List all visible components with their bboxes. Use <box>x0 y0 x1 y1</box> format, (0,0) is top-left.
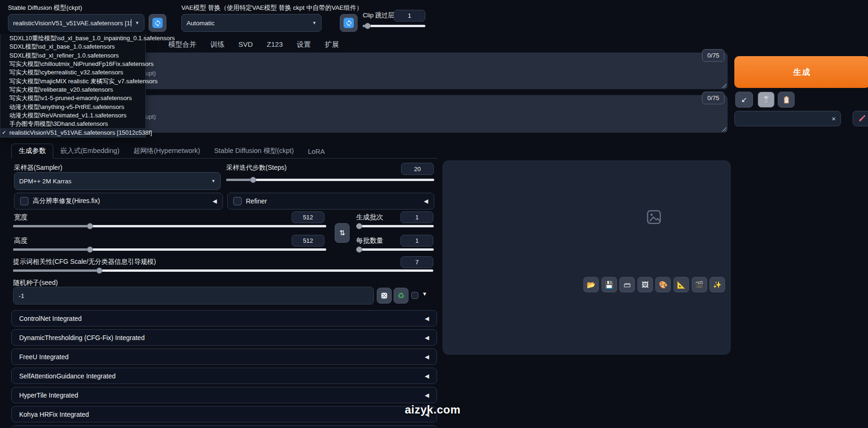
hires-fix-checkbox[interactable] <box>20 197 29 205</box>
accordion-label: ControlNet Integrated <box>19 315 82 322</box>
sampler-select[interactable]: DPM++ 2M Karras ▼ <box>14 172 221 190</box>
dropdown-option[interactable]: 写实大模型\chilloutmix_NiPrunedFp16Fix.safete… <box>0 60 145 68</box>
dropdown-option[interactable]: 手办图专用模型\3Dhand.safetensors <box>0 120 145 128</box>
hires-fix-panel[interactable]: 高分辨率修复(Hires.fix) ◀ <box>14 193 223 210</box>
batch-size-slider[interactable] <box>356 247 434 253</box>
dropdown-option[interactable]: 动漫大模型\anything-v5-PrtRE.safetensors <box>0 102 145 111</box>
accordion-selfattentionguidance-integrated[interactable]: SelfAttentionGuidance Integrated◀ <box>11 368 437 384</box>
steps-slider[interactable] <box>226 177 434 183</box>
gallery-button-open-folder[interactable]: 📂 <box>583 277 599 292</box>
param-tab-2[interactable]: 超网络(Hypernetwork) <box>127 144 208 158</box>
seed-value: -1 <box>19 292 24 299</box>
slider-fill <box>13 248 90 251</box>
dropdown-option[interactable]: SDXL10重绘模型\sd_xl_base_1.0_inpainting_0.1… <box>0 34 145 43</box>
steps-value[interactable]: 20 <box>401 163 434 175</box>
height-slider[interactable] <box>13 247 326 253</box>
paste-generation-params-button[interactable] <box>778 92 795 108</box>
accordion-partial[interactable] <box>11 425 437 428</box>
refiner-checkbox[interactable] <box>233 197 242 205</box>
slider-thumb[interactable] <box>87 223 93 229</box>
image-placeholder-icon <box>646 209 662 225</box>
slider-thumb[interactable] <box>96 268 102 274</box>
resize-handle[interactable] <box>722 83 726 88</box>
main-tab-3[interactable]: Z123 <box>267 40 283 49</box>
batch-size-value[interactable]: 1 <box>401 235 433 247</box>
extra-seed-checkbox[interactable] <box>411 292 418 299</box>
gallery-button-send-to-img2img[interactable]: 🖼 <box>638 277 653 292</box>
trash-icon <box>762 95 770 104</box>
gallery-button-send-to-extras[interactable]: 📐 <box>674 277 689 292</box>
negative-prompt-textarea[interactable]: upt) <box>141 95 728 133</box>
seed-input[interactable]: -1 <box>13 287 374 305</box>
dropdown-option[interactable]: SDXL模型\sd_xl_refiner_1.0.safetensors <box>0 51 145 60</box>
batch-count-value[interactable]: 1 <box>401 211 433 223</box>
main-tab-1[interactable]: 训练 <box>210 40 224 49</box>
vae-select[interactable]: Automatic ▼ <box>181 14 322 32</box>
clear-prompt-button[interactable] <box>758 92 775 108</box>
model-checkpoint-select[interactable]: realisticVisionV51_v51VAE.safetensors [1… <box>8 14 144 32</box>
param-tab-4[interactable]: LoRA <box>301 145 332 158</box>
gallery-button-save[interactable]: 💾 <box>602 277 617 292</box>
vae-label: VAE模型 替换（使用特定VAE模型 替换 ckpt 中自带的VAE组件） <box>181 4 363 12</box>
dropdown-option[interactable]: 动漫大模型\ReVAnimated_v1.1.safetensors <box>0 111 145 120</box>
main-tab-5[interactable]: 扩展 <box>325 40 339 49</box>
slider-thumb[interactable] <box>365 23 371 29</box>
height-value[interactable]: 512 <box>292 235 324 247</box>
param-tab-3[interactable]: Stable Diffusion 模型(ckpt) <box>207 144 301 158</box>
slider-thumb[interactable] <box>356 223 362 229</box>
dropdown-option[interactable]: 写实大模型\cyberrealistic_v32.safetensors <box>0 68 145 77</box>
dropdown-option[interactable]: 写实大模型\majicMIX realistic 麦橘写实_v7.safeten… <box>0 77 145 85</box>
slider-thumb[interactable] <box>87 247 93 253</box>
gallery-button-send-to-inpaint[interactable]: 🎨 <box>655 277 671 292</box>
edit-styles-button[interactable] <box>853 111 868 126</box>
slider-track <box>356 225 434 227</box>
batch-count-slider[interactable] <box>356 223 434 229</box>
param-tab-1[interactable]: 嵌入式(Embedding) <box>53 144 127 158</box>
clear-icon[interactable]: × <box>828 115 836 123</box>
width-value[interactable]: 512 <box>292 211 324 223</box>
dropdown-option[interactable]: 写实大模型\reliberate_v20.safetensors <box>0 86 145 94</box>
dropdown-option[interactable]: SDXL模型\sd_xl_base_1.0.safetensors <box>0 43 145 51</box>
refresh-model-button[interactable] <box>149 14 166 32</box>
random-seed-button[interactable] <box>377 288 392 304</box>
swap-dimensions-button[interactable]: ⇅ <box>335 223 350 243</box>
collapse-arrow-icon[interactable]: ◀ <box>213 198 217 204</box>
slider-thumb[interactable] <box>250 177 256 183</box>
watermark: aizyk.com <box>405 403 460 416</box>
collapse-arrow-icon[interactable]: ◀ <box>424 198 428 204</box>
refiner-panel[interactable]: Refiner ◀ <box>227 193 434 210</box>
slider-track <box>363 25 425 27</box>
accordion-label: SelfAttentionGuidance Integrated <box>19 372 115 380</box>
refresh-vae-button[interactable] <box>340 14 358 32</box>
accordion-hypertile-integrated[interactable]: HyperTile Integrated◀ <box>11 387 437 403</box>
main-tab-4[interactable]: 设置 <box>297 40 311 49</box>
accordion-dynamicthresholding-cfg-fix-integrated[interactable]: DynamicThresholding (CFG-Fix) Integrated… <box>11 329 437 346</box>
main-tab-bar: 模型合并训练SVDZ123设置扩展 <box>168 40 339 49</box>
gallery-button-upscale[interactable]: ✨ <box>710 277 725 292</box>
send-to-img2img-icon: 🖼 <box>642 281 649 289</box>
accordion-controlnet-integrated[interactable]: ControlNet Integrated◀ <box>11 310 437 326</box>
positive-prompt-textarea[interactable]: upt) <box>141 52 728 89</box>
accordion-kohya-hrfix-integrated[interactable]: Kohya HRFix Integrated◀ <box>11 406 437 422</box>
seed-extras-dropdown-arrow[interactable]: ▼ <box>422 291 427 297</box>
resize-handle[interactable] <box>722 127 726 131</box>
sampler-value: DPM++ 2M Karras <box>19 178 72 185</box>
width-slider[interactable] <box>13 223 326 229</box>
dropdown-option[interactable]: realisticVisionV51_v51VAE.safetensors [1… <box>0 128 145 137</box>
compact-prompt-button[interactable]: ↙ <box>735 92 753 108</box>
param-tab-0[interactable]: 生成参数 <box>11 144 53 159</box>
gallery-button-send-to-video[interactable]: 🎬 <box>692 277 707 292</box>
clip-skip-slider[interactable] <box>363 23 425 29</box>
slider-thumb[interactable] <box>356 247 362 253</box>
accordion-freeu-integrated[interactable]: FreeU Integrated◀ <box>11 348 437 365</box>
cfg-scale-label: 提示词相关性(CFG Scale/无分类器信息引导规模) <box>13 258 156 266</box>
reuse-seed-button[interactable]: ♻ <box>394 288 409 304</box>
dropdown-option[interactable]: 写实大模型\v1-5-pruned-emaonly.safetensors <box>0 94 145 102</box>
clip-skip-value[interactable]: 1 <box>394 10 425 22</box>
cfg-scale-slider[interactable] <box>13 268 433 274</box>
style-select[interactable]: × <box>734 111 841 126</box>
gallery-button-save-zip[interactable]: 🗃 <box>619 277 635 292</box>
cfg-scale-value[interactable]: 7 <box>401 256 433 268</box>
main-tab-2[interactable]: SVD <box>238 40 253 49</box>
generate-button[interactable]: 生成 <box>734 56 868 88</box>
